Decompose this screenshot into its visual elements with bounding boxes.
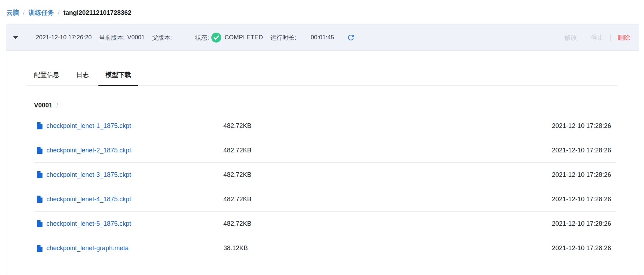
file-size: 482.72KB: [223, 196, 251, 203]
current-version-value: V0001: [127, 34, 145, 41]
check-circle-icon: [211, 33, 221, 43]
file-size: 482.72KB: [223, 220, 251, 228]
status-group: 状态: COMPLETED: [195, 33, 263, 43]
model-file-browser: V0001 / checkpoint_lenet-1_1875.ckpt 482…: [34, 101, 616, 260]
tab-model-download[interactable]: 模型下载: [98, 71, 138, 85]
file-list: checkpoint_lenet-1_1875.ckpt 482.72KB 20…: [34, 114, 616, 260]
tab-logs[interactable]: 日志: [69, 71, 96, 85]
file-modified-time: 2021-12-10 17:28:26: [552, 171, 616, 179]
file-row: checkpoint_lenet-5_1875.ckpt 482.72KB 20…: [34, 212, 616, 236]
file-name-cell: checkpoint_lenet-3_1875.ckpt: [34, 171, 223, 179]
file-download-link[interactable]: checkpoint_lenet-1_1875.ckpt: [46, 122, 131, 130]
file-row: checkpoint_lenet-4_1875.ckpt 482.72KB 20…: [34, 187, 616, 212]
file-name-cell: checkpoint_lenet-graph.meta: [34, 245, 223, 252]
path-version-link[interactable]: V0001: [34, 102, 52, 109]
breadcrumb-link-cloudbrain[interactable]: 云脑: [6, 9, 19, 17]
modify-button[interactable]: 修改: [564, 33, 577, 42]
file-modified-time: 2021-12-10 17:28:26: [552, 245, 616, 252]
file-size: 482.72KB: [223, 122, 251, 130]
file-path-breadcrumb: V0001 /: [34, 101, 616, 110]
document-icon: [37, 220, 42, 227]
file-name-cell: checkpoint_lenet-4_1875.ckpt: [34, 196, 223, 203]
file-modified-time: 2021-12-10 17:28:26: [552, 220, 616, 228]
file-row: checkpoint_lenet-3_1875.ckpt 482.72KB 20…: [34, 163, 616, 187]
file-name-cell: checkpoint_lenet-2_1875.ckpt: [34, 147, 223, 154]
header-actions: 修改 停止 删除: [564, 33, 630, 42]
file-download-link[interactable]: checkpoint_lenet-5_1875.ckpt: [46, 220, 131, 228]
file-modified-time: 2021-12-10 17:28:26: [552, 122, 616, 130]
current-version-group: 当前版本: V0001: [99, 34, 145, 42]
parent-version-group: 父版本:: [152, 34, 188, 42]
file-name-cell: checkpoint_lenet-5_1875.ckpt: [34, 220, 223, 228]
path-separator: /: [56, 102, 58, 109]
file-row: checkpoint_lenet-1_1875.ckpt 482.72KB 20…: [34, 114, 616, 138]
action-divider: [610, 34, 611, 41]
tab-bar: 配置信息 日志 模型下载: [27, 71, 617, 86]
current-version-label: 当前版本:: [99, 34, 125, 42]
training-task-card: 2021-12-10 17:26:20 当前版本: V0001 父版本: 状态:…: [6, 24, 639, 273]
duration-label: 运行时长:: [270, 34, 296, 42]
file-download-link[interactable]: checkpoint_lenet-4_1875.ckpt: [46, 196, 131, 203]
breadcrumb-separator: /: [23, 9, 24, 17]
document-icon: [37, 196, 42, 203]
tab-config-info[interactable]: 配置信息: [27, 71, 67, 85]
duration-value: 00:01:45: [310, 34, 334, 41]
status-badge: COMPLETED: [224, 34, 263, 41]
file-name-cell: checkpoint_lenet-1_1875.ckpt: [34, 122, 223, 130]
breadcrumb-task-name: tangl202112101728362: [63, 9, 131, 17]
breadcrumb: 云脑 / 训练任务 / tangl202112101728362: [0, 0, 644, 17]
file-size: 482.72KB: [223, 147, 251, 154]
file-size: 38.12KB: [223, 245, 248, 252]
document-icon: [37, 245, 42, 252]
breadcrumb-link-training-tasks[interactable]: 训练任务: [28, 9, 54, 17]
file-row: checkpoint_lenet-2_1875.ckpt 482.72KB 20…: [34, 138, 616, 163]
file-modified-time: 2021-12-10 17:28:26: [552, 147, 616, 154]
status-label: 状态:: [195, 34, 209, 42]
file-size: 482.72KB: [223, 171, 251, 179]
breadcrumb-separator: /: [58, 9, 59, 17]
stop-button[interactable]: 停止: [591, 33, 604, 42]
action-divider: [584, 34, 584, 41]
refresh-icon[interactable]: [347, 33, 355, 42]
document-icon: [37, 147, 42, 154]
version-timestamp: 2021-12-10 17:26:20: [36, 34, 92, 41]
file-download-link[interactable]: checkpoint_lenet-2_1875.ckpt: [46, 147, 131, 154]
duration-group: 运行时长: 00:01:45: [270, 34, 334, 42]
file-download-link[interactable]: checkpoint_lenet-graph.meta: [46, 245, 129, 252]
parent-version-label: 父版本:: [152, 34, 172, 42]
document-icon: [37, 171, 42, 178]
file-row: checkpoint_lenet-graph.meta 38.12KB 2021…: [34, 236, 616, 260]
delete-button[interactable]: 删除: [617, 33, 630, 42]
file-modified-time: 2021-12-10 17:28:26: [552, 196, 616, 203]
file-download-link[interactable]: checkpoint_lenet-3_1875.ckpt: [46, 171, 131, 179]
collapse-caret-icon[interactable]: [13, 36, 18, 39]
document-icon: [37, 122, 42, 129]
version-header-bar: 2021-12-10 17:26:20 当前版本: V0001 父版本: 状态:…: [6, 25, 639, 51]
